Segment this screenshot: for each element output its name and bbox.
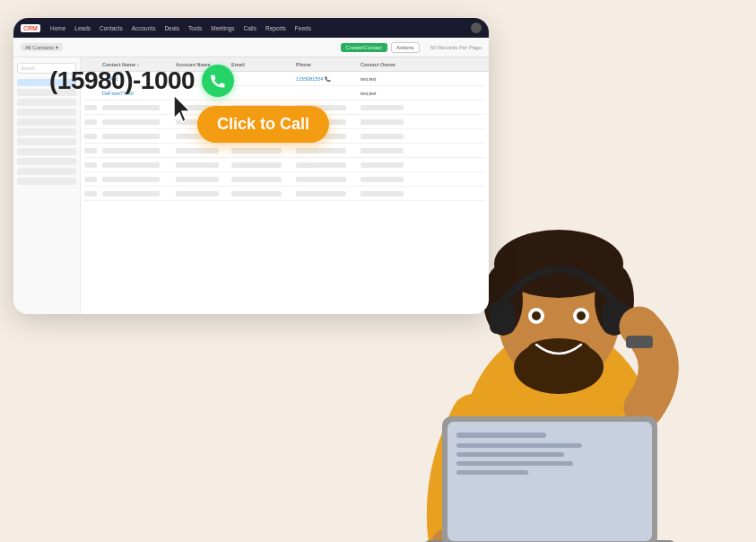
svg-rect-24 [456, 470, 528, 475]
th-contact-owner: Contact Owner [361, 62, 414, 67]
nav-calls: Calls [241, 25, 259, 31]
td-placeholder [84, 191, 100, 197]
sidebar-item-4 [17, 109, 76, 116]
td-placeholder [84, 162, 100, 168]
sidebar-item-11 [17, 178, 76, 185]
td-placeholder [231, 148, 294, 153]
td-placeholder [231, 177, 294, 182]
nav-contacts: Contacts [97, 25, 126, 31]
sidebar-item-6 [17, 128, 76, 136]
td-placeholder [84, 148, 100, 153]
th-email: Email [231, 62, 294, 67]
nav-feeds: Feeds [292, 25, 314, 31]
search-placeholder: Search [21, 66, 35, 71]
nav-accounts: Accounts [129, 25, 159, 31]
td-placeholder [361, 119, 414, 125]
sidebar-item-8 [17, 148, 76, 155]
td-placeholder [361, 162, 414, 168]
table-row [84, 144, 485, 158]
sidebar-item-7 [17, 138, 76, 145]
td-owner-2: test,test [361, 91, 414, 96]
td-placeholder [102, 134, 174, 139]
phone-highlight: (15980)-1000 [49, 65, 234, 97]
chevron-down-icon: ▾ [56, 44, 58, 50]
crm-nav-bar: CRM Home Leads Contacts Accounts Deals T… [13, 18, 489, 38]
td-owner-1: test,test [361, 76, 414, 82]
td-placeholder [102, 191, 174, 197]
td-placeholder [102, 105, 174, 110]
svg-point-8 [527, 338, 590, 360]
td-placeholder [84, 105, 100, 110]
svg-rect-23 [456, 461, 573, 466]
contacts-filter[interactable]: All Contacts ▾ [21, 43, 63, 51]
th-phone: Phone [296, 62, 359, 67]
call-icon-button[interactable] [202, 65, 234, 97]
td-placeholder [84, 119, 100, 125]
filter-label: All Contacts [25, 45, 54, 50]
svg-rect-21 [456, 443, 582, 448]
sidebar-item-9 [17, 158, 76, 165]
td-placeholder [176, 148, 230, 153]
user-avatar-icon [471, 22, 482, 33]
crm-toolbar: All Contacts ▾ Create/Contact Actions 50… [13, 38, 489, 57]
td-placeholder [361, 148, 414, 153]
nav-reports: Reports [263, 25, 289, 31]
nav-tools: Tools [186, 25, 204, 31]
td-placeholder [102, 119, 174, 125]
td-placeholder [361, 105, 414, 110]
svg-point-12 [577, 311, 586, 320]
nav-leads: Leads [72, 25, 93, 31]
svg-rect-19 [448, 422, 652, 541]
sidebar-item-3 [17, 99, 76, 106]
td-placeholder [176, 162, 230, 168]
td-placeholder [361, 134, 414, 139]
td-placeholder [296, 177, 359, 182]
td-placeholder [176, 191, 230, 197]
svg-rect-13 [490, 302, 515, 334]
svg-rect-22 [456, 452, 564, 457]
td-placeholder [361, 177, 414, 182]
table-row [84, 187, 485, 201]
td-placeholder [102, 162, 174, 168]
td-placeholder [102, 148, 174, 153]
phone-number: (15980)-1000 [49, 66, 195, 95]
svg-rect-20 [456, 433, 546, 438]
td-placeholder [296, 162, 359, 168]
td-placeholder [296, 191, 359, 197]
actions-button[interactable]: Actions [391, 42, 420, 53]
td-placeholder [176, 177, 230, 182]
td-placeholder [231, 162, 294, 168]
sidebar-item-5 [17, 118, 76, 126]
td-placeholder [84, 177, 100, 182]
svg-point-10 [532, 311, 541, 320]
td-placeholder [296, 148, 359, 153]
phone-icon [209, 72, 227, 90]
create-contact-button[interactable]: Create/Contact [341, 43, 387, 52]
table-row [84, 172, 485, 187]
nav-deals: Deals [161, 25, 182, 31]
nav-icons [471, 22, 482, 33]
td-placeholder [102, 177, 174, 182]
svg-rect-25 [626, 336, 653, 348]
crm-screenshot-card: CRM Home Leads Contacts Accounts Deals T… [13, 18, 489, 314]
main-scene: CRM Home Leads Contacts Accounts Deals T… [0, 0, 756, 542]
td-placeholder [84, 134, 100, 139]
nav-home: Home [48, 25, 68, 31]
td-placeholder [361, 191, 414, 197]
table-row [84, 158, 485, 172]
td-phone-1: 1155081534 📞 [296, 76, 359, 82]
nav-meetings: Meetings [208, 25, 237, 31]
records-info: 50 Records Per Page [430, 45, 482, 50]
crm-logo: CRM [21, 24, 40, 32]
sidebar-item-10 [17, 168, 76, 175]
td-placeholder [231, 191, 294, 197]
click-to-call-badge[interactable]: Click to Call [197, 106, 329, 143]
